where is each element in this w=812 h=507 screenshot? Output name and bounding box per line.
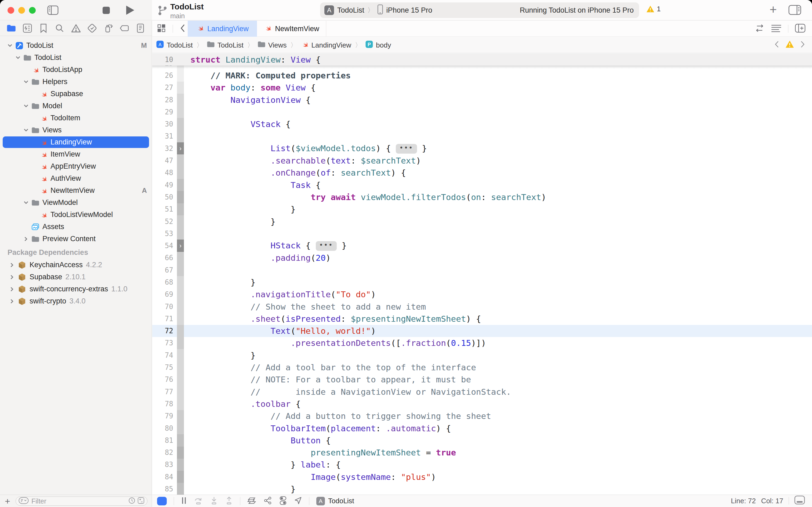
editor-tab-landingview[interactable]: LandingView	[188, 21, 257, 37]
fold-ribbon[interactable]: ›	[177, 142, 184, 154]
code-fold-ellipsis[interactable]: •••	[396, 144, 417, 154]
code-line-28[interactable]: 28NavigationView {	[152, 94, 812, 106]
zoom-window-button[interactable]	[29, 7, 36, 14]
breadcrumb-item-body[interactable]: Pbody	[365, 40, 391, 50]
related-items-icon[interactable]	[157, 24, 166, 34]
project-navigator-icon[interactable]	[5, 22, 17, 34]
code-line-77[interactable]: 77// inside a NavigationView or Navigati…	[152, 386, 812, 398]
go-back-icon[interactable]	[180, 24, 185, 34]
filter-input[interactable]: Filter	[15, 497, 148, 506]
code-line-85[interactable]: 85}	[152, 483, 812, 495]
code-fold-ellipsis[interactable]: •••	[316, 241, 337, 251]
editor-grid-navigator-icon[interactable]	[21, 22, 33, 34]
debug-navigator-icon[interactable]	[102, 22, 114, 34]
issues-navigator-icon[interactable]	[70, 22, 82, 34]
fold-ribbon[interactable]	[177, 325, 184, 337]
code-line-26[interactable]: 26// MARK: Computed properties	[152, 69, 812, 81]
breadcrumb-item-views[interactable]: Views	[257, 41, 287, 49]
environment-overrides-icon[interactable]	[279, 496, 287, 506]
toggle-debug-area-icon[interactable]	[794, 496, 805, 506]
fold-ribbon[interactable]	[177, 179, 184, 191]
file-row-supabase[interactable]: Supabase	[0, 88, 152, 100]
debug-session-app[interactable]: A TodoList	[316, 497, 354, 505]
code-line-66[interactable]: 66.padding(20)	[152, 252, 812, 264]
add-file-button[interactable]: +	[5, 496, 10, 506]
breakpoints-toggle-button[interactable]	[157, 497, 167, 505]
fold-ribbon[interactable]	[177, 215, 184, 227]
adjust-editor-icon[interactable]	[771, 24, 781, 33]
code-line-31[interactable]: 31	[152, 130, 812, 142]
disclosure-open-icon[interactable]	[7, 43, 13, 49]
file-row-landingview[interactable]: LandingView	[0, 136, 152, 148]
next-issue-icon[interactable]	[800, 41, 805, 50]
stop-button[interactable]	[103, 7, 110, 14]
scheme-destination-bar[interactable]: A TodoList 〉 iPhone 15 Pro Running TodoL…	[320, 2, 639, 18]
fold-ribbon[interactable]	[177, 264, 184, 276]
code-line-79[interactable]: 79// Add a button to trigger showing the…	[152, 410, 812, 422]
fold-ribbon[interactable]	[177, 349, 184, 361]
step-out-icon[interactable]	[225, 496, 233, 506]
fold-ribbon[interactable]	[177, 398, 184, 410]
find-navigator-icon[interactable]	[54, 22, 65, 34]
editor-tab-newitemview[interactable]: NewItemView	[257, 21, 326, 37]
fold-ribbon[interactable]	[177, 361, 184, 373]
fold-ribbon[interactable]	[177, 53, 184, 65]
code-line-83[interactable]: 83} label: {	[152, 459, 812, 471]
package-row-supabase[interactable]: Supabase2.10.1	[0, 271, 152, 283]
disclosure-closed-icon[interactable]	[23, 236, 29, 242]
breadcrumb-item-todolist[interactable]: ATodoList	[156, 40, 193, 50]
fold-ribbon[interactable]	[177, 130, 184, 142]
code-line-32[interactable]: 32›List($viewModel.todos) { ••• }	[152, 142, 812, 154]
toggle-navigator-icon[interactable]	[47, 5, 59, 16]
code-line-73[interactable]: 73.presentationDetents([.fraction(0.15)]…	[152, 337, 812, 349]
fold-ribbon[interactable]	[177, 288, 184, 300]
file-row-assets[interactable]: Assets	[0, 221, 152, 233]
run-destination[interactable]: iPhone 15 Pro	[387, 6, 432, 14]
fold-ribbon[interactable]	[177, 252, 184, 264]
file-row-appentryview[interactable]: AppEntryView	[0, 160, 152, 172]
code-line-49[interactable]: 49Task {	[152, 179, 812, 191]
disclosure-open-icon[interactable]	[23, 127, 29, 133]
disclosure-open-icon[interactable]	[15, 55, 21, 61]
fold-ribbon[interactable]	[177, 374, 184, 386]
fold-ribbon[interactable]	[177, 459, 184, 471]
step-over-icon[interactable]	[194, 496, 203, 506]
file-row-authview[interactable]: AuthView	[0, 172, 152, 184]
code-line-48[interactable]: 48.onChange(of: searchText) {	[152, 167, 812, 179]
sticky-code-line[interactable]: 10struct LandingView: View {	[152, 53, 321, 65]
add-tab-button[interactable]: +	[769, 2, 777, 17]
fold-ribbon[interactable]	[177, 483, 184, 495]
code-line-51[interactable]: 51}	[152, 203, 812, 215]
code-line-76[interactable]: 76// NOTE: For a toolbar to appear, it m…	[152, 374, 812, 386]
issue-warning-icon[interactable]	[785, 40, 794, 50]
code-line-78[interactable]: 78.toolbar {	[152, 398, 812, 410]
warning-count-badge[interactable]: 1	[646, 5, 660, 13]
code-line-47[interactable]: 47.searchable(text: $searchText)	[152, 154, 812, 167]
simulate-location-icon[interactable]	[294, 496, 302, 506]
code-line-82[interactable]: 82presentingNewItemSheet = true	[152, 447, 812, 459]
file-row-todoitem[interactable]: TodoItem	[0, 112, 152, 124]
package-row-swift-concurrency-extras[interactable]: swift-concurrency-extras1.1.0	[0, 283, 152, 295]
fold-ribbon[interactable]	[177, 337, 184, 349]
breadcrumb[interactable]: ATodoList〉TodoList〉Views〉LandingView〉Pbo…	[156, 37, 391, 53]
file-row-todolist[interactable]: TodoListM	[0, 40, 152, 52]
fold-ribbon[interactable]	[177, 69, 184, 81]
fold-ribbon[interactable]: ›	[177, 239, 184, 251]
file-row-todolistapp[interactable]: TodoListApp	[0, 64, 152, 76]
pause-execution-icon[interactable]	[181, 497, 187, 506]
fold-ribbon[interactable]	[177, 203, 184, 215]
code-line-68[interactable]: 68}	[152, 276, 812, 288]
code-line-84[interactable]: 84Image(systemName: "plus")	[152, 471, 812, 483]
file-row-views[interactable]: Views	[0, 124, 152, 136]
previous-issue-icon[interactable]	[774, 41, 779, 50]
view-hierarchy-icon[interactable]	[247, 496, 256, 506]
file-row-model[interactable]: Model	[0, 100, 152, 112]
code-line-80[interactable]: 80ToolbarItem(placement: .automatic) {	[152, 422, 812, 434]
fold-ribbon[interactable]	[177, 276, 184, 288]
file-row-newitemview[interactable]: NewItemViewA	[0, 184, 152, 196]
package-row-keychainaccess[interactable]: KeychainAccess4.2.2	[0, 259, 152, 271]
disclosure-open-icon[interactable]	[23, 200, 29, 206]
fold-ribbon[interactable]	[177, 313, 184, 325]
code-line-30[interactable]: 30VStack {	[152, 118, 812, 130]
fold-ribbon[interactable]	[177, 447, 184, 459]
